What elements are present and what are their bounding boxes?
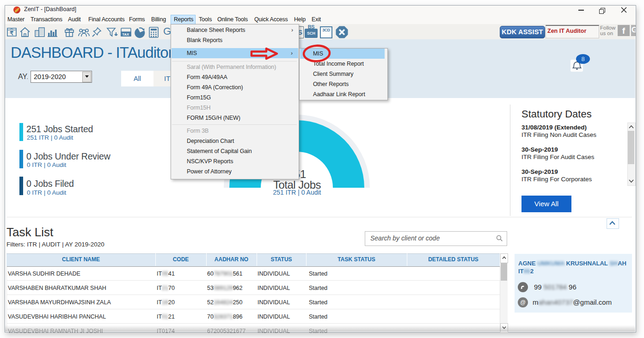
svg-text:TAX: TAX [123, 32, 129, 37]
svg-text:₹: ₹ [10, 30, 14, 37]
